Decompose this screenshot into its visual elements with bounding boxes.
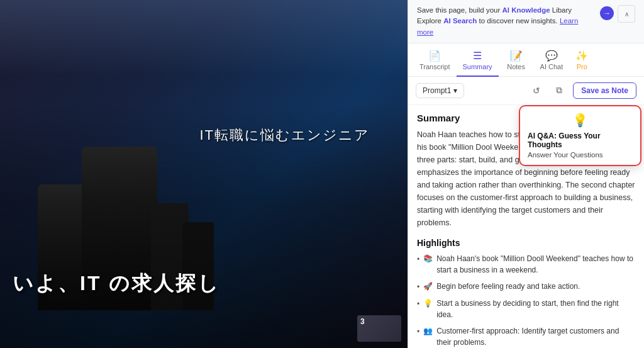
tab-ai-chat[interactable]: 💬 AI Chat	[534, 46, 570, 77]
highlight-emoji-2: 🚀	[423, 281, 433, 292]
video-panel: IT転職に悩むエンジニア いよ、IT の求人探し 3	[0, 0, 408, 348]
prompt-label: Prompt1	[423, 86, 451, 95]
banner-ai-knowledge: AI Knowledge	[502, 6, 550, 14]
prompt-select[interactable]: Prompt1 ▾	[416, 83, 464, 98]
ai-chat-icon: 💬	[545, 50, 558, 62]
highlight-text-2: Begin before feeling ready and take acti…	[436, 281, 580, 292]
ceiling-lights	[0, 0, 408, 76]
sidebar: Save this page, build your AI Knowledge …	[408, 0, 644, 348]
tab-transcript-label: Transcript	[419, 63, 450, 70]
tab-pro-label: Pro	[577, 63, 587, 70]
banner-line2-start: Explore	[417, 17, 443, 25]
content-area: Summary Noah Haan teaches how to start a…	[408, 105, 644, 348]
bullet-emoji-3: •	[417, 298, 419, 310]
tab-bar: 📄 Transcript ☰ Summary 📝 Notes 💬 AI Chat…	[408, 43, 644, 77]
highlight-text-3: Start a business by deciding to start, t…	[436, 298, 635, 320]
video-background: IT転職に悩むエンジニア いよ、IT の求人探し 3	[0, 0, 408, 348]
refresh-icon: ↺	[533, 86, 540, 96]
japanese-text-1: IT転職に悩むエンジニア	[199, 126, 370, 145]
aiqna-subtitle: Answer Your Questions	[528, 151, 633, 159]
highlight-item-2: • 🚀 Begin before feeling ready and take …	[417, 281, 635, 293]
bullet-emoji-2: •	[417, 281, 419, 293]
japanese-text-2: いよ、IT の求人探し	[13, 270, 220, 298]
tab-ai-chat-label: AI Chat	[540, 63, 564, 70]
tab-notes-label: Notes	[507, 63, 525, 70]
banner-line1-end: Libary	[552, 6, 572, 14]
pro-icon: ✨	[575, 50, 588, 62]
tab-transcript[interactable]: 📄 Transcript	[413, 46, 457, 77]
highlight-text-1: Noah Haan's book "Million Dooll Weekend"…	[436, 253, 635, 276]
thumbnail-badge[interactable]: 3	[357, 315, 401, 342]
collapse-icon: ∧	[625, 11, 629, 18]
refresh-button[interactable]: ↺	[528, 82, 545, 99]
aiqna-title: AI Q&A: Guess Your Thoughts	[528, 132, 633, 149]
badge-number: 3	[360, 317, 365, 326]
highlight-item-3: • 💡 Start a business by deciding to star…	[417, 298, 635, 320]
summary-icon: ☰	[473, 50, 482, 62]
toolbar-icons: ↺ ⧉	[528, 82, 568, 99]
highlight-item-1: • 📚 Noah Haan's book "Million Dooll Week…	[417, 253, 635, 276]
copy-icon: ⧉	[556, 85, 562, 96]
aiqna-icon: 💡	[528, 113, 633, 128]
tab-notes[interactable]: 📝 Notes	[499, 46, 534, 77]
banner: Save this page, build your AI Knowledge …	[408, 0, 644, 43]
banner-ai-search: AI Search	[443, 17, 477, 25]
aiqna-popup[interactable]: 💡 AI Q&A: Guess Your Thoughts Answer You…	[519, 105, 641, 166]
bullet-emoji-1: •	[417, 254, 419, 265]
tab-pro[interactable]: ✨ Pro	[569, 46, 594, 76]
highlight-emoji-3: 💡	[423, 298, 433, 309]
highlight-emoji-4: 👥	[423, 325, 433, 337]
banner-arrow-button[interactable]: →	[600, 6, 614, 20]
highlight-item-4: • 👥 Customer-first approach: Identify ta…	[417, 325, 635, 348]
banner-line2-mid: to discover new insights.	[479, 17, 559, 25]
notes-icon: 📝	[510, 50, 523, 62]
transcript-icon: 📄	[428, 50, 441, 62]
banner-line1: Save this page, build your	[417, 6, 502, 14]
highlight-emoji-1: 📚	[423, 253, 433, 264]
toolbar: Prompt1 ▾ ↺ ⧉ Save as Note	[408, 77, 644, 105]
banner-text: Save this page, build your AI Knowledge …	[417, 5, 595, 38]
tab-summary[interactable]: ☰ Summary	[457, 46, 499, 77]
highlights-list: • 📚 Noah Haan's book "Million Dooll Week…	[417, 253, 635, 348]
copy-button[interactable]: ⧉	[550, 82, 568, 99]
bullet-emoji-4: •	[417, 326, 419, 337]
save-note-button[interactable]: Save as Note	[573, 82, 636, 99]
banner-collapse-button[interactable]: ∧	[618, 5, 635, 23]
chevron-down-icon: ▾	[453, 86, 457, 95]
highlights-title: Highlights	[417, 238, 635, 248]
arrow-icon: →	[603, 9, 611, 18]
tab-summary-label: Summary	[463, 63, 492, 70]
highlight-text-4: Customer-first approach: Identify target…	[436, 325, 635, 348]
